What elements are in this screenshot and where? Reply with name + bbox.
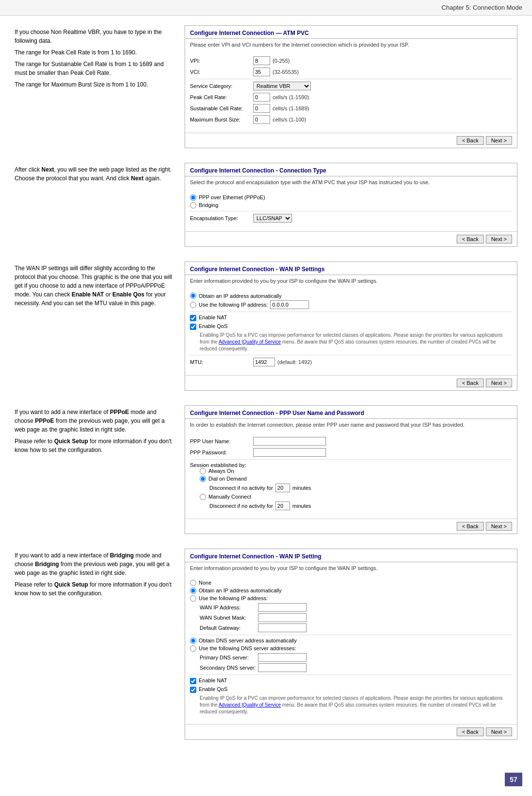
- panel-atm-pvc-footer: < Back Next >: [185, 133, 517, 148]
- wan-ip-addr-input[interactable]: [258, 603, 307, 612]
- always-on-row: Always On: [200, 468, 512, 474]
- peak-cell-rate-hint: cells/s (1-1590): [273, 94, 309, 100]
- ppp-password-input[interactable]: [253, 448, 326, 457]
- bridging-enable-nat-checkbox[interactable]: [190, 678, 196, 684]
- back-button-3[interactable]: < Back: [457, 379, 484, 387]
- panel-pppoe-title: Configure Internet Connection - PPP User…: [185, 406, 517, 419]
- wan-ip-address-input[interactable]: [270, 300, 309, 309]
- pppoe-option: PPP over Ethernet (PPPoE): [190, 194, 512, 201]
- dial-on-demand-label: Dial on Demand: [208, 476, 247, 482]
- mtu-input[interactable]: [253, 358, 275, 366]
- bridging-use-ip-label: Use the following IP address:: [199, 595, 268, 601]
- qos-link[interactable]: Advanced |Quality of Service: [219, 339, 281, 345]
- always-on-radio[interactable]: [200, 468, 206, 474]
- wan-ip-addr-row: WAN IP Address:: [200, 603, 512, 612]
- back-button-2[interactable]: < Back: [457, 235, 484, 243]
- vpi-input[interactable]: [253, 56, 270, 65]
- bridging-qos-link[interactable]: Advanced |Quality of Service: [219, 702, 281, 708]
- next-button-1[interactable]: Next >: [486, 136, 512, 145]
- encap-type-select[interactable]: LLC/SNAP VC Mux: [253, 214, 292, 223]
- disconnect-hint-1: minutes: [292, 485, 311, 491]
- bridging-enable-nat-label: Enable NAT: [199, 677, 227, 683]
- peak-cell-rate-label: Peak Cell Rate:: [190, 94, 253, 100]
- panel-conn-type-subtitle: Select the protocol and encapsulation ty…: [185, 176, 517, 190]
- panel-bridging-wan: Configure Internet Connection - WAN IP S…: [185, 549, 517, 740]
- next-button-4[interactable]: Next >: [486, 522, 512, 531]
- section-atm-pvc: If you choose Non Realtime VBR, you have…: [15, 25, 517, 148]
- bridging-obtain-ip-radio[interactable]: [190, 588, 196, 594]
- panel-wan-ip-subtitle: Enter information provided to you by you…: [185, 275, 517, 289]
- use-following-ip-radio[interactable]: [190, 302, 196, 308]
- left-text-pppoe: If you want to add a new interface of PP…: [15, 405, 175, 457]
- bridging-use-ip-radio[interactable]: [190, 595, 196, 602]
- sustainable-cell-rate-input[interactable]: [253, 104, 270, 113]
- none-option-label: None: [199, 580, 211, 586]
- enable-qos-row: Enable QoS: [190, 323, 512, 330]
- vpi-hint: (0-255): [273, 58, 290, 64]
- disconnect-hint-2: minutes: [292, 503, 311, 509]
- atm-text-4: The range for Maximum Burst Size is from…: [15, 80, 175, 89]
- max-burst-size-label: Maximum Burst Size:: [190, 117, 253, 122]
- service-category-select[interactable]: Realtime VBR Non Realtime VBR UBR CBR: [253, 82, 311, 90]
- obtain-dns-auto-row: Obtain DNS server address automatically: [190, 638, 512, 644]
- panel-atm-pvc-title: Configure Internet Connection — ATM PVC: [185, 26, 517, 39]
- obtain-dns-auto-label: Obtain DNS server address automatically: [199, 638, 297, 643]
- use-following-ip-row: Use the following IP address:: [190, 300, 512, 309]
- enable-qos-label: Enable QoS: [199, 323, 227, 329]
- enable-qos-checkbox[interactable]: [190, 324, 196, 330]
- panel-bridging-body: None Obtain an IP address automatically …: [185, 576, 517, 722]
- max-burst-size-row: Maximum Burst Size: cells/s (1-100): [190, 115, 512, 124]
- sustainable-cell-rate-row: Sustainable Cell Rate: cells/s (1-1689): [190, 104, 512, 113]
- pppoe-text-2: Please refer to Quick Setup for more inf…: [15, 437, 175, 454]
- secondary-dns-input[interactable]: [258, 663, 307, 672]
- manually-connect-radio[interactable]: [200, 494, 206, 500]
- next-button-3[interactable]: Next >: [486, 379, 512, 387]
- left-text-bridging: If you want to add a new interface of Br…: [15, 549, 175, 601]
- secondary-dns-label: Secondary DNS server:: [200, 665, 258, 671]
- panel-pppoe-body: PPP User Name: PPP Password: Session est…: [185, 433, 517, 516]
- panel-wan-ip-title: Configure Internet Connection - WAN IP S…: [185, 262, 517, 275]
- next-button-5[interactable]: Next >: [486, 727, 512, 736]
- left-text-connection-type: After click Next, you will see the web p…: [15, 163, 175, 186]
- back-button-1[interactable]: < Back: [457, 136, 484, 145]
- disconnect-row-2: Disconnect if no activity for minutes: [209, 502, 512, 510]
- page-number: 57: [505, 773, 522, 786]
- peak-cell-rate-input[interactable]: [253, 93, 270, 102]
- left-text-wan-ip: The WAN IP settings will differ slightly…: [15, 261, 175, 311]
- enable-nat-label: Enable NAT: [199, 314, 227, 320]
- pppoe-radio[interactable]: [190, 194, 196, 201]
- bridging-text-1: If you want to add a new interface of Br…: [15, 551, 175, 577]
- dial-on-demand-row: Dial on Demand: [200, 476, 512, 482]
- obtain-dns-auto-radio[interactable]: [190, 638, 196, 644]
- back-button-4[interactable]: < Back: [457, 522, 484, 531]
- wan-subnet-label: WAN Subnet Mask:: [200, 615, 258, 621]
- bridging-enable-qos-checkbox[interactable]: [190, 687, 196, 693]
- next-button-2[interactable]: Next >: [486, 235, 512, 243]
- bridging-radio[interactable]: [190, 202, 196, 208]
- vci-row: VCI: (32-65535): [190, 68, 512, 76]
- wan-subnet-input[interactable]: [258, 613, 307, 622]
- ppp-username-label: PPP User Name:: [190, 438, 253, 444]
- bridging-obtain-ip-row: Obtain an IP address automatically: [190, 588, 512, 594]
- enable-nat-checkbox[interactable]: [190, 315, 196, 321]
- vci-input[interactable]: [253, 68, 270, 76]
- default-gw-label: Default Gateway:: [200, 625, 258, 631]
- none-option-radio[interactable]: [190, 580, 196, 586]
- wan-subnet-row: WAN Subnet Mask:: [200, 613, 512, 622]
- obtain-ip-auto-radio[interactable]: [190, 293, 196, 299]
- bridging-enable-qos-row: Enable QoS: [190, 686, 512, 693]
- use-dns-radio[interactable]: [190, 645, 196, 652]
- ppp-username-input[interactable]: [253, 437, 326, 446]
- obtain-ip-auto-row: Obtain an IP address automatically: [190, 293, 512, 299]
- primary-dns-input[interactable]: [258, 653, 307, 662]
- manually-connect-row: Manually Connect: [200, 494, 512, 500]
- max-burst-size-input[interactable]: [253, 115, 270, 124]
- default-gw-input[interactable]: [258, 623, 307, 632]
- atm-text-2: The range for Peak Cell Rate is from 1 t…: [15, 48, 175, 57]
- back-button-5[interactable]: < Back: [457, 727, 484, 736]
- dial-on-demand-radio[interactable]: [200, 476, 206, 482]
- service-category-row: Service Category: Realtime VBR Non Realt…: [190, 82, 512, 90]
- vpi-row: VPI: (0-255): [190, 56, 512, 65]
- disconnect-value-1[interactable]: [275, 484, 290, 492]
- disconnect-value-2[interactable]: [275, 502, 290, 510]
